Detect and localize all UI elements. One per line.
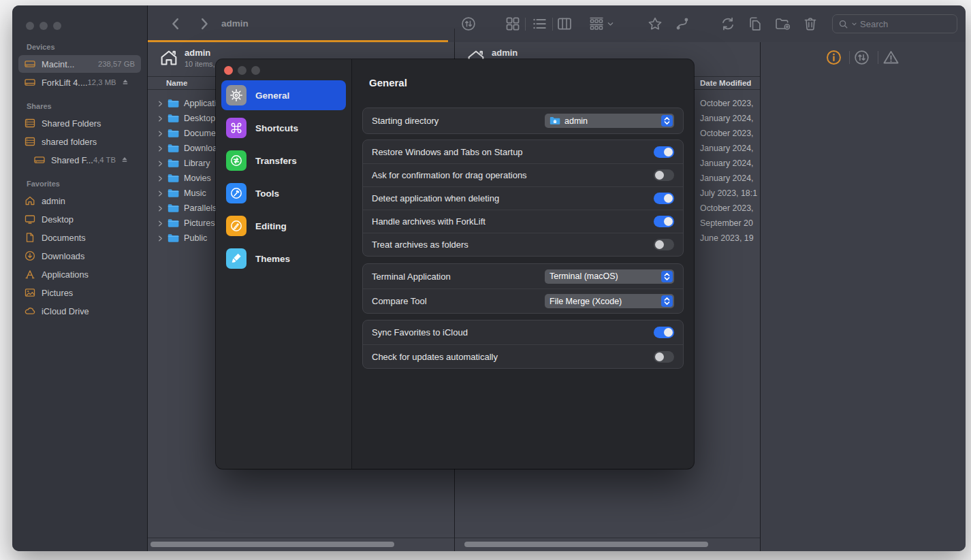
close-button[interactable] [26,22,34,30]
disclosure-chevron-icon[interactable] [157,115,164,122]
setting-row: Check for updates automatically [363,344,683,368]
server-icon [25,136,35,147]
sidebar-item-label: ForkLift 4.... [42,78,88,88]
updown-chevrons-icon [663,272,671,281]
page-title: General [369,77,407,88]
connect-button[interactable] [675,16,690,31]
favorites-button[interactable] [648,16,663,31]
search-placeholder: Search [860,19,888,29]
disclosure-chevron-icon[interactable] [157,130,164,137]
folder-icon [168,159,179,168]
sidebar-item-desktop[interactable]: Desktop [18,210,141,228]
info-button[interactable] [826,50,842,65]
sidebar-item-macint[interactable]: Macint...238,57 GB [18,55,141,73]
group-view-button[interactable] [589,16,604,31]
sync-status-button[interactable] [854,50,870,65]
folder-icon [168,114,179,123]
starting-directory-label: Starting directory [372,116,439,126]
icon-view-button[interactable] [505,16,520,31]
list-view-button[interactable] [532,16,547,31]
disclosure-chevron-icon[interactable] [157,235,164,242]
toggle-switch[interactable] [654,146,674,158]
sidebar-item-pictures[interactable]: Pictures [18,284,141,301]
sidebar-item-applications[interactable]: Applications [18,265,141,283]
sidebar-item-downloads[interactable]: Downloads [18,247,141,265]
toggle-switch[interactable] [654,351,674,363]
search-scope-chevron-icon[interactable] [851,21,857,27]
column-view-button[interactable] [557,16,572,31]
sidebar-item-documents[interactable]: Documents [18,229,141,246]
toggle-switch[interactable] [654,327,674,338]
preferences-tab-tools[interactable]: Tools [221,178,346,208]
sidebar-item-icloud-drive[interactable]: iCloud Drive [18,302,141,320]
copy-button[interactable] [748,16,763,31]
preferences-tab-transfers[interactable]: Transfers [221,146,346,176]
sidebar-item-admin[interactable]: admin [18,192,141,210]
sidebar-item-detail: 12,3 MB [88,78,116,86]
preferences-tab-shortcuts[interactable]: Shortcuts [221,113,346,143]
folder-icon [168,174,179,183]
pencil-icon [226,216,246,236]
hammer-icon [226,183,246,203]
app-select[interactable]: File Merge (Xcode) [545,294,674,308]
back-button[interactable] [168,16,183,31]
forward-button[interactable] [197,16,212,31]
select-stepper[interactable] [661,271,673,282]
updown-chevrons-icon [663,297,671,306]
disclosure-chevron-icon[interactable] [157,145,164,152]
toggle-switch[interactable] [654,169,674,181]
command-icon [226,118,246,138]
zoom-button[interactable] [251,66,260,75]
setting-label: Restore Windows and Tabs on Startup [372,147,523,157]
sidebar-item-shared-folders[interactable]: shared folders [18,133,141,150]
minimize-button[interactable] [39,22,48,30]
file-name: Movies [184,174,211,183]
toggle-switch[interactable] [654,216,674,227]
sidebar-item-shared-f[interactable]: Shared F...4,4 TB [28,151,141,169]
toggle-switch[interactable] [654,239,674,250]
preferences-tab-themes[interactable]: Themes [221,244,346,274]
setting-label: Check for updates automatically [372,352,498,362]
activity-button[interactable] [461,16,476,31]
group-view-chevron-icon[interactable] [607,20,614,28]
disclosure-chevron-icon[interactable] [157,175,164,182]
left-pane-hscrollbar[interactable] [150,542,394,547]
eject-icon[interactable] [121,78,129,86]
inspector-panel [761,42,966,551]
home-icon [159,48,178,67]
refresh-button[interactable] [720,16,735,31]
setting-row: Detect application when deleting [363,186,683,210]
folder-icon [168,144,179,153]
toggle-switch[interactable] [654,193,674,204]
preferences-tab-general[interactable]: General [221,80,346,110]
sidebar-item-shared-folders[interactable]: Shared Folders [18,114,141,132]
setting-row: Sync Favorites to iCloud [363,320,683,344]
starting-directory-select[interactable]: admin [545,114,674,128]
zoom-button[interactable] [53,22,61,30]
right-pane-folder-name: admin [492,48,518,58]
eject-icon[interactable] [121,156,129,164]
disclosure-chevron-icon[interactable] [157,100,164,108]
right-pane-hscrollbar[interactable] [464,542,708,547]
setting-row: Handle archives with ForkLift [363,210,683,233]
transfers-icon [226,150,246,171]
disclosure-chevron-icon[interactable] [157,220,164,227]
disclosure-chevron-icon[interactable] [157,205,164,212]
preferences-sidebar: GeneralShortcutsTransfersToolsEditingThe… [216,59,352,469]
sidebar-item-forklift-4[interactable]: ForkLift 4....12,3 MB [18,73,141,91]
warning-button[interactable] [883,50,899,65]
disclosure-chevron-icon[interactable] [157,160,164,167]
delete-button[interactable] [803,16,818,31]
select-stepper[interactable] [661,115,673,127]
tab-divider [454,29,455,42]
disclosure-chevron-icon[interactable] [157,190,164,197]
app-select[interactable]: Terminal (macOS) [545,269,674,284]
preferences-tab-editing[interactable]: Editing [221,211,346,241]
file-name: Music [184,188,206,198]
select-stepper[interactable] [661,295,673,307]
new-folder-button[interactable] [775,16,790,31]
close-button[interactable] [224,66,233,75]
minimize-button[interactable] [238,66,246,75]
setting-row: Treat archives as folders [363,233,683,256]
search-input[interactable]: Search [832,14,957,33]
